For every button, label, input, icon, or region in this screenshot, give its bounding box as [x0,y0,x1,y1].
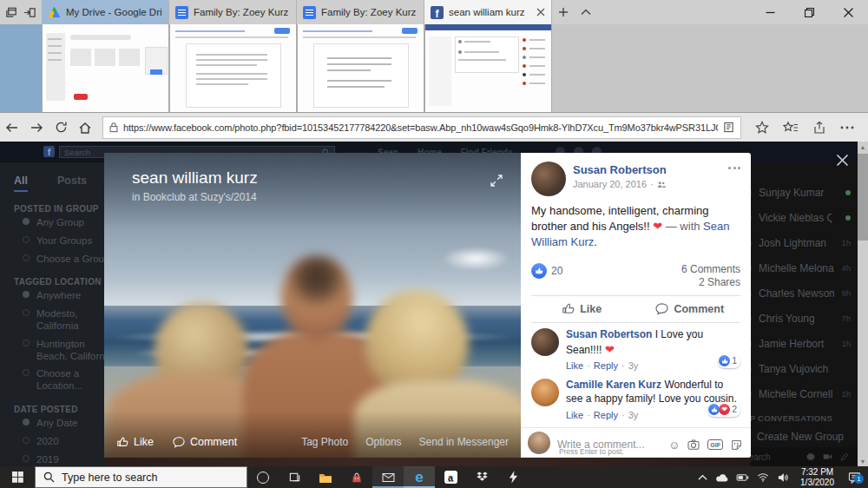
favorite-star-icon[interactable] [755,121,769,135]
comment-like-link[interactable]: Like [566,359,583,373]
edge-button[interactable]: e [404,466,435,488]
comment-reactions-badge[interactable]: 1 [718,354,740,368]
action-center-button[interactable]: 1 [845,472,863,484]
photo-comment-button[interactable]: Comment [173,436,237,448]
comment-reactions-badge[interactable]: ❤ 2 [707,403,740,417]
send-in-messenger-button[interactable]: Send in Messenger [419,436,509,448]
contact-last-active: 1h [841,238,851,247]
taskbar-search-box[interactable]: Type here to search [35,466,247,488]
tabs-set-aside-icon[interactable] [23,6,36,19]
scrollbar-thumb[interactable] [858,154,868,241]
battery-icon[interactable] [736,473,749,482]
home-icon[interactable] [73,121,97,135]
cortana-button[interactable] [247,466,279,488]
lightning-app-button[interactable] [497,466,529,488]
photo-action-bar: Like Comment Tag Photo Options Send in M… [104,411,521,458]
clock-date: 1/3/2020 [800,478,834,488]
video-icon[interactable] [823,452,832,461]
minimize-button[interactable] [751,0,790,24]
url-field[interactable]: https://www.facebook.com/photo.php?fbid=… [102,116,741,139]
amazon-button[interactable]: a [435,466,466,488]
close-photo-icon[interactable] [836,154,849,167]
tab-preview-google-doc-1[interactable] [169,24,297,112]
close-window-button[interactable] [829,0,868,24]
more-menu-icon[interactable] [840,126,854,129]
dropbox-button[interactable] [466,466,497,488]
tag-photo-button[interactable]: Tag Photo [301,436,348,448]
like-count[interactable]: 20 [551,263,562,279]
comment-reply-link[interactable]: Reply [594,359,618,373]
camera-icon[interactable] [687,439,700,450]
comment-reply-link[interactable]: Reply [594,409,618,422]
edit-icon[interactable] [840,452,849,461]
file-explorer-button[interactable] [310,466,341,488]
wifi-icon[interactable] [757,472,769,482]
comment-author-name[interactable]: Susan Robertson [566,328,652,340]
photo-options-button[interactable]: Options [365,436,401,448]
start-button[interactable] [0,466,35,488]
post-date[interactable]: January 20, 2016 [573,179,667,189]
gif-icon[interactable]: GIF [707,439,723,450]
microsoft-store-button[interactable] [341,466,372,488]
tab-google-doc-1[interactable]: Family By: Zoey Kurz and Se [169,0,297,24]
tab-title: My Drive - Google Drive [66,7,162,17]
sticker-icon[interactable] [731,439,742,451]
set-tabs-aside-icon[interactable] [5,6,18,19]
tab-facebook-active[interactable]: f sean william kurz - Face [424,0,552,24]
scroll-up-icon[interactable]: ▲ [858,142,868,152]
clock-time: 7:32 PM [800,467,834,478]
contact-name: Charles Newsome [759,287,834,300]
refresh-icon[interactable] [49,121,73,134]
post-author-avatar[interactable] [531,162,566,196]
page-scrollbar[interactable]: ▲ ▼ [858,142,868,466]
radio-icon [23,218,30,225]
back-icon[interactable] [0,121,24,135]
like-button[interactable]: Like [528,302,636,315]
filter-option-label: 2020 [36,436,59,448]
contact-name: Josh Lightman [759,237,834,249]
task-view-button[interactable] [279,466,310,488]
scroll-down-icon[interactable]: ▼ [858,456,868,466]
emoji-icon[interactable]: ☺ [668,439,680,451]
tab-preview-facebook[interactable] [424,24,552,112]
url-text[interactable]: https://www.facebook.com/photo.php?fbid=… [123,122,718,133]
like-reaction-icon[interactable] [531,263,547,279]
new-tab-button[interactable] [552,0,575,24]
volume-icon[interactable] [777,472,789,483]
comment-author-name[interactable]: Camille Karen Kurz [566,379,661,391]
like-reaction-icon [719,355,730,366]
restore-button[interactable] [790,0,829,24]
share-icon[interactable] [812,121,826,135]
taskbar-clock[interactable]: 7:32 PM 1/3/2020 [800,467,834,488]
post-author-name[interactable]: Susan Robertson [573,163,667,176]
hub-favorites-icon[interactable] [783,121,799,135]
thumbs-up-icon [562,302,575,315]
gear-icon[interactable] [806,452,815,461]
tab-google-drive[interactable]: My Drive - Google Drive [42,0,169,24]
reaction-counts-row: 20 6 Comments 2 Shares [521,256,751,295]
filter-tab[interactable]: Posts [57,175,87,192]
facebook-logo[interactable]: f [43,146,55,157]
forward-icon[interactable] [24,121,49,135]
photo-like-button[interactable]: Like [116,436,154,448]
comment-author-avatar[interactable] [531,328,559,356]
tray-expand-icon[interactable] [698,474,707,481]
tab-close-icon[interactable] [536,8,545,16]
comment-author-avatar[interactable] [531,379,559,406]
reaction-count: 2 [732,404,737,416]
tab-preview-google-drive[interactable] [42,24,169,112]
shares-count[interactable]: 2 Shares [681,276,740,290]
mail-button[interactable] [372,466,404,488]
tab-preview-google-doc-2[interactable] [297,24,424,112]
post-options-icon[interactable] [728,162,740,196]
collapse-tab-previews-icon[interactable] [575,0,597,24]
comment-like-link[interactable]: Like [566,409,583,422]
filter-tab[interactable]: All [14,175,28,192]
expand-icon[interactable] [490,174,503,188]
comments-count[interactable]: 6 Comments [681,263,740,277]
photo-album-link[interactable]: in Bookclub at Suzy's/2014 [132,191,257,203]
onedrive-icon[interactable] [715,473,728,482]
reading-view-icon[interactable] [722,122,735,133]
comment-button[interactable]: Comment [636,302,745,315]
tab-google-doc-2[interactable]: Family By: Zoey Kurz and Se [297,0,424,24]
